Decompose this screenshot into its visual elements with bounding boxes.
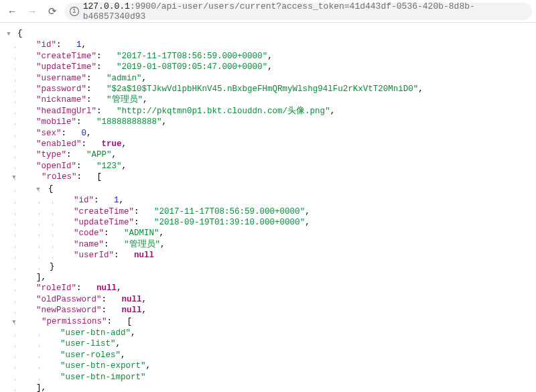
back-button[interactable]: ←: [4, 3, 20, 19]
collapse-toggle-permissions[interactable]: [11, 316, 17, 328]
forward-button[interactable]: →: [24, 3, 40, 19]
site-info-icon[interactable]: i: [70, 7, 79, 16]
collapse-toggle-role0[interactable]: [35, 184, 42, 195]
json-viewer: { "id": 1, "createTime": "2017-11-17T08:…: [0, 23, 536, 392]
collapse-toggle-root[interactable]: [5, 28, 12, 40]
address-bar[interactable]: i 127.0.0.1:9900/api-user/users/current?…: [64, 3, 532, 20]
reload-button[interactable]: ⟳: [44, 3, 60, 19]
browser-toolbar: ← → ⟳ i 127.0.0.1:9900/api-user/users/cu…: [0, 0, 536, 23]
collapse-toggle-roles[interactable]: [11, 172, 17, 183]
url-text: 127.0.0.1:9900/api-user/users/current?ac…: [83, 1, 527, 21]
